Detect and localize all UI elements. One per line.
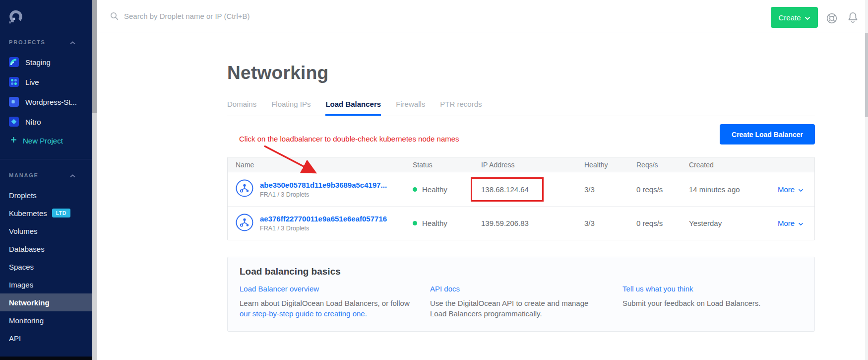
- sidebar-item-staging[interactable]: Staging: [0, 52, 92, 72]
- sidebar-item-label: Images: [9, 281, 33, 289]
- help-icon[interactable]: [825, 12, 838, 27]
- more-menu-button[interactable]: More: [778, 185, 814, 194]
- column-header-reqs: Reqs/s: [636, 161, 689, 169]
- load-balancer-overview-link[interactable]: Load Balancer overview: [240, 285, 319, 293]
- page-scrollbar-thumb[interactable]: [865, 33, 868, 117]
- load-balancer-table: Name Status IP Address Healthy Reqs/s Cr…: [227, 157, 815, 240]
- status-dot: [413, 221, 417, 225]
- sidebar-item-label: Wordpress-St...: [25, 98, 77, 106]
- sidebar-item-spaces[interactable]: Spaces: [0, 258, 92, 276]
- main-content: Networking Domains Floating IPs Load Bal…: [97, 32, 865, 360]
- sidebar-item-kubernetes[interactable]: Kubernetes LTD: [0, 204, 92, 222]
- tab-floating-ips[interactable]: Floating IPs: [271, 100, 310, 116]
- sidebar-item-images[interactable]: Images: [0, 276, 92, 293]
- load-balancer-sublabel: FRA1 / 3 Droplets: [260, 225, 387, 232]
- search-input[interactable]: [123, 8, 440, 24]
- tab-bar: Domains Floating IPs Load Balancers Fire…: [227, 100, 815, 116]
- new-project-label: New Project: [23, 137, 63, 145]
- sidebar-item-label: Droplets: [9, 191, 37, 200]
- sidebar-item-droplets[interactable]: Droplets: [0, 186, 92, 204]
- chevron-down-icon: [798, 185, 804, 194]
- sidebar-item-nitro[interactable]: Nitro: [0, 112, 92, 132]
- notifications-bell-icon[interactable]: [846, 11, 860, 26]
- column-header-ip: IP Address: [481, 161, 584, 169]
- digitalocean-logo-icon[interactable]: [8, 9, 24, 25]
- sidebar-item-networking[interactable]: Networking: [0, 293, 92, 311]
- status-label: Healthy: [422, 185, 447, 194]
- sidebar-item-label: Networking: [9, 298, 50, 307]
- sidebar-item-label: Live: [25, 78, 39, 86]
- manage-section-header[interactable]: MANAGE: [0, 171, 92, 180]
- more-label: More: [778, 219, 795, 227]
- load-balancer-name-link[interactable]: abe350e05781d11e9b3689a5c4197...: [260, 181, 387, 189]
- projects-list: Staging Live Wordpress-St... Nitro: [0, 52, 92, 132]
- tab-load-balancers[interactable]: Load Balancers: [325, 100, 381, 116]
- tab-firewalls[interactable]: Firewalls: [396, 100, 425, 116]
- load-balancing-basics-card: Load balancing basics Load Balancer over…: [227, 257, 815, 332]
- page-title: Networking: [227, 63, 328, 83]
- projects-header-label: PROJECTS: [9, 39, 46, 45]
- chevron-down-icon: [805, 13, 810, 22]
- sidebar-scrollbar-thumb[interactable]: [92, 0, 97, 113]
- basics-text: Submit your feedback on Load Balancers.: [622, 298, 796, 308]
- sidebar-item-label: Staging: [25, 58, 51, 67]
- table-row[interactable]: abe350e05781d11e9b3689a5c4197... FRA1 / …: [228, 172, 814, 206]
- manage-header-label: MANAGE: [9, 172, 39, 178]
- create-button[interactable]: Create: [771, 7, 818, 28]
- nitro-project-icon: [9, 117, 19, 127]
- new-project-button[interactable]: New Project: [0, 131, 92, 150]
- sidebar-item-wordpress[interactable]: Wordpress-St...: [0, 92, 92, 112]
- basics-text: Use the DigitalOcean API to create and m…: [430, 298, 604, 319]
- more-label: More: [778, 185, 795, 194]
- status-label: Healthy: [422, 219, 447, 227]
- column-header-status: Status: [413, 161, 481, 169]
- healthy-count: 3/3: [584, 185, 636, 194]
- requests-per-second: 0 reqs/s: [636, 219, 689, 227]
- sidebar-item-label: Kubernetes: [9, 209, 47, 217]
- basics-title: Load balancing basics: [228, 257, 814, 277]
- ip-address: 138.68.124.64: [481, 185, 584, 194]
- load-balancer-name-link[interactable]: ae376ff22770011e9a651e6eaf057716: [260, 215, 387, 223]
- ip-address: 139.59.206.83: [481, 219, 584, 227]
- table-header-row: Name Status IP Address Healthy Reqs/s Cr…: [228, 157, 814, 172]
- ltd-badge: LTD: [52, 209, 70, 217]
- created-time: Yesterday: [689, 219, 778, 227]
- sidebar-bottom-strip: [0, 357, 92, 360]
- sidebar-item-monitoring[interactable]: Monitoring: [0, 311, 92, 329]
- staging-project-icon: [9, 57, 19, 67]
- more-menu-button[interactable]: More: [778, 219, 814, 227]
- column-header-created: Created: [689, 161, 778, 169]
- wordpress-project-icon: [9, 97, 19, 107]
- digitalocean-app: PROJECTS Staging Live: [0, 0, 868, 360]
- sidebar-item-live[interactable]: Live: [0, 72, 92, 92]
- chevron-down-icon: [798, 219, 804, 227]
- projects-section-header[interactable]: PROJECTS: [0, 38, 92, 47]
- chevron-up-icon: [70, 38, 75, 47]
- sidebar-divider: [0, 159, 92, 159]
- feedback-link[interactable]: Tell us what you think: [622, 285, 693, 293]
- annotation-text: Click on the loadbalancer to double-chec…: [239, 135, 459, 143]
- sidebar-item-databases[interactable]: Databases: [0, 240, 92, 258]
- sidebar-item-label: Nitro: [25, 118, 41, 126]
- table-row[interactable]: ae376ff22770011e9a651e6eaf057716 FRA1 / …: [228, 206, 814, 240]
- created-time: 14 minutes ago: [689, 185, 778, 194]
- create-load-balancer-button[interactable]: Create Load Balancer: [720, 124, 815, 144]
- page-scrollbar: [865, 0, 868, 360]
- search-icon: [110, 12, 119, 22]
- tab-domains[interactable]: Domains: [227, 100, 256, 116]
- sidebar-item-label: Spaces: [9, 263, 34, 271]
- tab-ptr-records[interactable]: PTR records: [440, 100, 482, 116]
- sidebar-item-volumes[interactable]: Volumes: [0, 222, 92, 240]
- api-docs-link[interactable]: API docs: [430, 285, 460, 293]
- plus-icon: [10, 136, 17, 145]
- load-balancer-icon: [236, 214, 253, 233]
- step-by-step-guide-link[interactable]: our step-by-step guide to creating one.: [240, 309, 367, 318]
- manage-list: Droplets Kubernetes LTD Volumes Database…: [0, 186, 92, 347]
- sidebar-item-api[interactable]: API: [0, 329, 92, 347]
- column-header-healthy: Healthy: [584, 161, 636, 169]
- sidebar-item-label: Monitoring: [9, 316, 44, 325]
- healthy-count: 3/3: [584, 219, 636, 227]
- basics-column-feedback: Tell us what you think Submit your feedb…: [622, 285, 803, 319]
- topbar: Create: [97, 0, 865, 32]
- live-project-icon: [9, 77, 19, 87]
